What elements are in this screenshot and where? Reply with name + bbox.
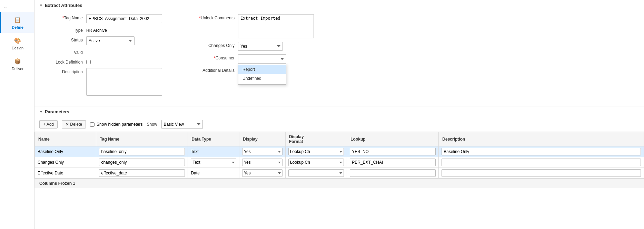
row2-display-format: Lookup Ch: [285, 157, 347, 168]
show-hidden-checkbox[interactable]: [90, 122, 95, 127]
row3-tag-name: [96, 168, 188, 179]
row1-tag-name: [96, 146, 188, 157]
row1-name: Baseline Only: [35, 146, 96, 157]
row2-display: Yes No: [239, 157, 286, 168]
columns-frozen-count: 1: [73, 181, 75, 186]
row2-description-input[interactable]: [442, 159, 641, 166]
show-select[interactable]: Basic View Advanced View: [161, 120, 203, 129]
row1-description-input[interactable]: [442, 148, 641, 155]
parameters-table-body: Baseline Only Text Yes No Lookup Ch: [35, 146, 644, 179]
sidebar-item-deliver[interactable]: 📦 Deliver: [0, 54, 34, 74]
design-icon: 🎨: [13, 36, 22, 45]
additional-details-label: Additional Details: [193, 67, 238, 73]
row1-data-type: Text: [188, 146, 239, 157]
show-hidden-label[interactable]: Show hidden parameters: [90, 122, 142, 127]
unlock-comments-label: *Unlock Comments: [193, 14, 238, 20]
row1-tag-name-input[interactable]: [99, 148, 185, 155]
delete-button[interactable]: ✕ Delete: [62, 120, 86, 128]
row1-lookup-input[interactable]: [350, 148, 436, 155]
row2-display-format-select[interactable]: Lookup Ch: [288, 159, 344, 166]
row3-lookup-input[interactable]: [350, 169, 436, 177]
col-description: Description: [439, 132, 644, 146]
status-row: Status Active Inactive: [41, 36, 172, 45]
row3-description-input[interactable]: [442, 169, 641, 177]
col-display-format: DisplayFormat: [285, 132, 347, 146]
status-label: Status: [41, 36, 86, 42]
sidebar-item-define-label: Define: [12, 25, 23, 29]
parameters-header[interactable]: ▼ Parameters: [34, 106, 644, 117]
row2-data-type-select[interactable]: Text Date: [191, 159, 236, 166]
extract-attributes-header[interactable]: ▼ Extract Attributes: [34, 0, 644, 11]
main-content: ▼ Extract Attributes *Tag Name Type: [34, 0, 644, 229]
row1-display-format-select[interactable]: Lookup Ch: [288, 148, 344, 155]
type-label: Type: [41, 27, 86, 33]
row3-data-type: Date: [188, 168, 239, 179]
row1-description: [439, 146, 644, 157]
consumer-option-undefined[interactable]: Undefined: [238, 74, 286, 83]
consumer-label: *Consumer: [193, 54, 238, 60]
row2-tag-name-input[interactable]: [99, 159, 185, 166]
row1-display-format: Lookup Ch: [285, 146, 347, 157]
row3-display-select[interactable]: Yes No: [242, 169, 283, 177]
row3-tag-name-input[interactable]: [99, 169, 185, 177]
sidebar-item-design[interactable]: 🎨 Design: [0, 33, 34, 54]
row2-data-type: Text Date: [188, 157, 239, 168]
parameters-toolbar: + Add ✕ Delete Show hidden parameters Sh…: [34, 117, 644, 132]
changes-only-row: Changes Only Yes No: [193, 42, 324, 51]
table-row: Baseline Only Text Yes No Lookup Ch: [35, 146, 644, 157]
deliver-icon: 📦: [13, 57, 22, 65]
consumer-option-report[interactable]: Report: [238, 65, 286, 74]
row3-name: Effective Date: [35, 168, 96, 179]
consumer-row: *Consumer Report Undefined Report Undefi…: [193, 54, 324, 63]
consumer-select[interactable]: Report Undefined: [238, 54, 286, 63]
parameters-title: Parameters: [45, 109, 69, 114]
valid-label: Valid: [41, 49, 86, 55]
sidebar-item-design-label: Design: [12, 46, 23, 50]
col-data-type: Data Type: [188, 132, 239, 146]
tag-name-row: *Tag Name: [41, 14, 172, 23]
table-row: Effective Date Date Yes No: [35, 168, 644, 179]
consumer-dropdown-menu: Report Undefined: [238, 63, 286, 85]
parameters-table: Name Tag Name Data Type Display DisplayF…: [34, 132, 644, 179]
row2-description: [439, 157, 644, 168]
row2-display-select[interactable]: Yes No: [242, 159, 283, 166]
parameters-table-wrapper: Name Tag Name Data Type Display DisplayF…: [34, 132, 644, 179]
lock-definition-row: Lock Definition: [41, 58, 172, 65]
type-value: HR Archive: [86, 27, 107, 33]
unlock-comments-textarea[interactable]: Extract Imported: [238, 14, 314, 38]
add-button[interactable]: + Add: [39, 120, 58, 128]
lock-definition-checkbox[interactable]: [86, 60, 91, 64]
description-textarea[interactable]: [86, 68, 162, 96]
col-tag-name: Tag Name: [96, 132, 188, 146]
table-header-row: Name Tag Name Data Type Display DisplayF…: [35, 132, 644, 146]
back-button[interactable]: ←: [0, 3, 34, 12]
type-row: Type HR Archive: [41, 27, 172, 33]
table-row: Changes Only Text Date Yes No: [35, 157, 644, 168]
row3-description: [439, 168, 644, 179]
row1-display-select[interactable]: Yes No: [242, 148, 283, 155]
row3-display-format-select[interactable]: [288, 169, 344, 177]
tag-name-input[interactable]: [86, 14, 162, 23]
row1-lookup: [347, 146, 439, 157]
row2-name: Changes Only: [35, 157, 96, 168]
row2-lookup-input[interactable]: [350, 159, 436, 166]
extract-attributes-title: Extract Attributes: [45, 3, 82, 8]
row2-tag-name: [96, 157, 188, 168]
collapse-triangle-icon: ▼: [39, 3, 43, 7]
tag-name-label: *Tag Name: [41, 14, 86, 20]
changes-only-label: Changes Only: [193, 42, 238, 48]
show-label: Show: [147, 122, 157, 127]
description-label: Description: [41, 68, 86, 74]
back-icon: ←: [3, 5, 8, 10]
col-display: Display: [239, 132, 286, 146]
lock-definition-label: Lock Definition: [41, 58, 86, 65]
columns-frozen: Columns Frozen 1: [34, 179, 644, 188]
valid-row: Valid: [41, 49, 172, 55]
define-icon: 📋: [13, 16, 22, 24]
consumer-dropdown-wrapper: Report Undefined Report Undefined: [238, 54, 286, 63]
changes-only-select[interactable]: Yes No: [238, 42, 283, 51]
row3-display-format: [285, 168, 347, 179]
status-select[interactable]: Active Inactive: [86, 36, 135, 45]
sidebar-item-define[interactable]: 📋 Define: [0, 12, 34, 33]
sidebar-item-deliver-label: Deliver: [12, 67, 23, 71]
